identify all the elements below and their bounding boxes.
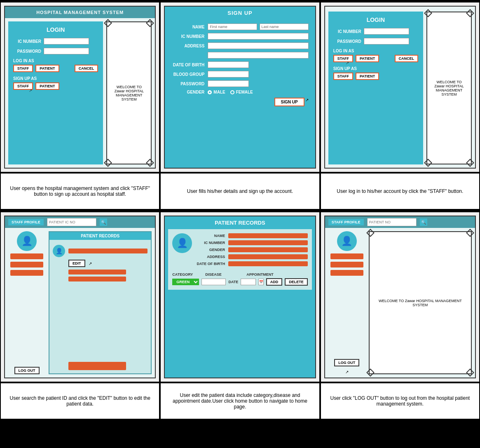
login-title-3: LOGIN — [333, 16, 418, 23]
name-data — [228, 233, 307, 238]
welcome-box-3: WELCOME TO Zawar HOSPITAL MANAGEMENT SYS… — [426, 12, 472, 164]
password-label: PASSWORD — [13, 49, 41, 54]
staff-profile-button-6[interactable]: STAFF PROFILE — [328, 219, 364, 225]
logout-button-6[interactable]: LOG OUT — [334, 359, 359, 366]
password-label-signup: PASSWORD — [171, 82, 204, 86]
staff-info-bar-6-2 — [330, 262, 363, 267]
password-input[interactable] — [44, 48, 89, 54]
edit-button[interactable]: EDIT — [68, 260, 85, 267]
staff-info-bar-2 — [10, 262, 43, 267]
date-label: DATE — [228, 280, 238, 284]
ic-input-3[interactable] — [364, 28, 409, 35]
screen-cell-5: PATIENT RECORDS 👤 NAME IC NUMBER — [160, 211, 320, 382]
disease-input[interactable] — [201, 279, 226, 285]
gender-data — [228, 247, 307, 252]
patient-data-bar-3 — [68, 277, 126, 281]
patient-avatar: 👤 — [53, 245, 65, 257]
staff-profile-button[interactable]: STAFF PROFILE — [8, 219, 44, 225]
patient-data-bar-2 — [68, 270, 126, 274]
calendar-icon[interactable]: 📅 — [258, 279, 263, 285]
log-in-as-label: LOG IN AS — [13, 59, 98, 63]
patient-login-button-3[interactable]: PATIENT — [356, 55, 379, 62]
staff-top-bar-6: STAFF PROFILE 🔍 — [325, 216, 475, 228]
password-input-3[interactable] — [364, 38, 409, 45]
address-input-1[interactable] — [208, 42, 308, 49]
staff-login-button[interactable]: STAFF — [13, 65, 33, 72]
address-label-pr: ADDRESS — [196, 255, 225, 259]
screen-cell-1: HOSPITAL MANAGEMENT SYSTEM LOGIN IC NUMB… — [0, 2, 160, 173]
cancel-button-3[interactable]: CANCEL — [395, 55, 419, 62]
male-option[interactable]: MALE — [208, 90, 225, 94]
desc-cell-2: User fills his/her details and sign up t… — [160, 173, 320, 210]
password-label-3: PASSWORD — [333, 39, 361, 44]
female-radio[interactable] — [230, 90, 234, 94]
disease-th: DISEASE — [205, 272, 242, 277]
appointment-th: APPOINTMENT — [246, 272, 279, 277]
blood-input[interactable] — [208, 71, 249, 77]
category-select[interactable]: GREEN — [172, 279, 199, 285]
name-label-pr: NAME — [196, 234, 225, 238]
male-radio[interactable] — [208, 90, 212, 94]
desc-cell-3: User log in to his/her account by click … — [320, 173, 480, 210]
blood-label: BLOOD GROUP — [171, 72, 204, 77]
patient-records-header: PATIENT RECORDS — [165, 216, 315, 229]
name-label: NAME — [171, 25, 204, 29]
staff-info-bar-6-1 — [330, 253, 363, 259]
dob-input[interactable] — [208, 61, 249, 68]
staff-avatar: 👤 — [17, 231, 37, 251]
password-signup-input[interactable] — [208, 80, 249, 87]
staff-signup-button-3[interactable]: STAFF — [333, 73, 353, 80]
login-title: LOGIN — [13, 26, 98, 33]
signup-title: SIGN UP — [165, 7, 315, 19]
category-th: CATEGORY — [172, 272, 201, 277]
date-input[interactable] — [241, 279, 256, 285]
patient-signup-button[interactable]: PATIENT — [35, 82, 59, 90]
add-button[interactable]: ADD — [266, 278, 283, 286]
gender-label: GENDER — [171, 90, 204, 94]
patient-data-bar-4 — [68, 362, 126, 370]
staff-info-bar-1 — [10, 253, 43, 259]
staff-login-button-3[interactable]: STAFF — [333, 55, 353, 62]
ic-label-pr: IC NUMBER — [196, 241, 225, 245]
staff-info-bar-3 — [10, 270, 43, 276]
ic-label: IC NUMBER — [13, 39, 41, 44]
dob-label-pr: DATE OF BIRTH — [196, 262, 225, 266]
screen-cell-6: STAFF PROFILE 🔍 👤 LOG OUT ↗ — [320, 211, 480, 382]
patient-login-button[interactable]: PATIENT — [35, 65, 59, 72]
screen-cell-3: LOGIN IC NUMBER PASSWORD LOG IN AS STAFF… — [320, 2, 480, 173]
sign-up-as-label-3: SIGN UP AS — [333, 66, 418, 71]
desc-cell-5: User edit the patient data include categ… — [160, 382, 320, 420]
patient-records-title: PATIENT RECORDS — [49, 232, 151, 240]
ic-label-signup: IC NUMBER — [171, 34, 204, 39]
address-data — [228, 254, 307, 259]
search-icon-6[interactable]: 🔍 — [420, 218, 427, 226]
ic-signup-input[interactable] — [208, 33, 308, 40]
ic-input[interactable] — [44, 38, 89, 45]
hospital-header: HOSPITAL MANAGEMENT SYSTEM — [5, 7, 155, 18]
patient-no-search[interactable] — [367, 218, 417, 226]
welcome-box-1: WELCOME TO Zawar HOSPITAL MANAGEMENT SYS… — [106, 21, 152, 164]
delete-button[interactable]: DELETE — [285, 278, 308, 286]
patient-signup-button-3[interactable]: PATIENT — [356, 73, 379, 80]
staff-top-bar: STAFF PROFILE 🔍 — [5, 216, 155, 228]
address-label: ADDRESS — [171, 44, 204, 48]
first-name-input[interactable]: First name — [208, 23, 257, 30]
patient-avatar-5: 👤 — [172, 233, 192, 253]
dob-data — [228, 261, 307, 266]
signup-submit-button[interactable]: SIGN UP — [274, 98, 304, 106]
gender-label-pr: GENDER — [196, 248, 225, 252]
staff-info-bar-6-3 — [330, 270, 363, 276]
search-icon[interactable]: 🔍 — [100, 218, 107, 226]
logout-button-4[interactable]: LOG OUT — [14, 367, 40, 374]
ic-data — [228, 240, 307, 245]
ic-label-3: IC NUMBER — [333, 29, 361, 34]
female-option[interactable]: FEMALE — [230, 90, 253, 94]
address-input-2[interactable] — [208, 52, 308, 59]
patient-ic-search[interactable] — [47, 218, 96, 226]
cancel-button[interactable]: CANCEL — [75, 65, 98, 72]
screen-cell-2: SIGN UP NAME First name Last name IC NUM… — [160, 2, 320, 173]
last-name-input[interactable]: Last name — [260, 23, 309, 30]
desc-cell-4: User search the patient ID and click the… — [0, 382, 160, 420]
screen-cell-4: STAFF PROFILE 🔍 👤 LOG OUT PATIENT RECORD… — [0, 211, 160, 382]
dob-label: DATE OF BIRTH — [171, 63, 204, 67]
